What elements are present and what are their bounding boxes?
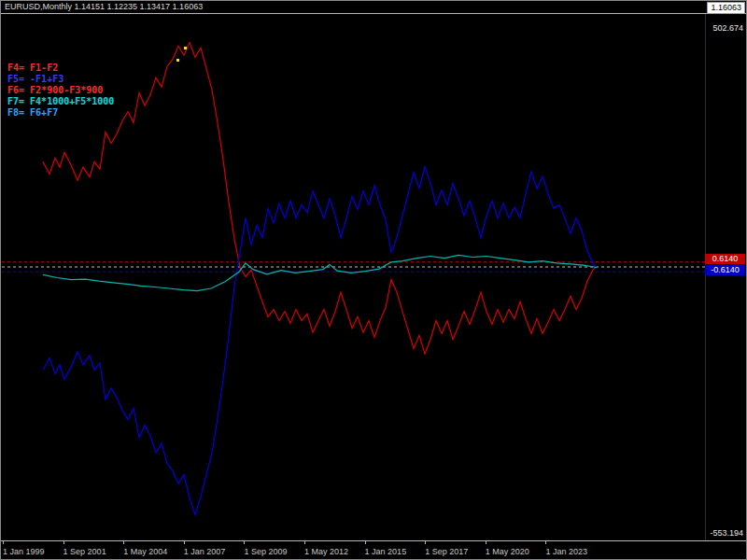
scale-max-label: 502.674 (712, 23, 743, 33)
time-axis-label: 1 Sep 2001 (63, 547, 106, 556)
chart-title: EURUSD,Monthly 1.14151 1.12235 1.13417 1… (5, 2, 203, 11)
time-axis-label: 1 May 2004 (123, 547, 167, 556)
time-axis-label: 1 Sep 2009 (244, 547, 287, 556)
scale-min-label: -553.194 (710, 528, 743, 538)
series-F8 (43, 167, 597, 515)
time-axis-tick (486, 540, 486, 544)
time-axis-tick (3, 540, 4, 544)
time-axis-tick (63, 540, 64, 544)
legend-item: F5= -F1+F3 (7, 74, 114, 85)
legend-item: F6= F2*900-F3*900 (7, 85, 114, 96)
time-axis-label: 1 Jan 2007 (184, 547, 226, 556)
time-axis-tick (244, 540, 245, 544)
time-axis-label: 1 Jan 2023 (545, 547, 587, 556)
indicator-legend: F4= F1-F2F5= -F1+F3F6= F2*900-F3*900F7= … (7, 63, 114, 119)
blue-value-badge: -0.6140 (705, 265, 745, 275)
time-axis-tick (304, 540, 305, 544)
subwindow-separator[interactable] (1, 13, 746, 14)
time-axis-label: 1 Jan 2015 (365, 547, 407, 556)
time-axis-separator (1, 540, 746, 541)
legend-item: F8= F6+F7 (7, 107, 114, 119)
chart-window: EURUSD,Monthly 1.14151 1.12235 1.13417 1… (0, 0, 747, 560)
time-axis-tick (365, 540, 366, 544)
series-F6 (43, 43, 597, 355)
time-axis-label: 1 Jan 1999 (3, 547, 45, 556)
highlight-marker (176, 59, 179, 62)
time-axis[interactable]: 1 Jan 19991 Sep 20011 May 20041 Jan 2007… (1, 545, 746, 559)
time-axis-tick (545, 540, 546, 544)
red-value-badge: 0.6140 (705, 254, 745, 264)
time-axis-label: 1 May 2020 (486, 547, 529, 556)
highlight-marker (184, 47, 187, 49)
time-axis-label: 1 Sep 2017 (425, 547, 468, 556)
legend-item: F7= F4*1000+F5*1000 (7, 96, 114, 107)
current-price-badge: 1.16063 (707, 2, 745, 14)
time-axis-tick (425, 540, 426, 544)
price-scale-border (705, 14, 706, 540)
series-F7 (43, 255, 597, 290)
time-axis-tick (123, 540, 124, 544)
time-axis-label: 1 May 2012 (304, 547, 348, 556)
time-axis-tick (184, 540, 185, 544)
legend-item: F4= F1-F2 (7, 63, 114, 74)
